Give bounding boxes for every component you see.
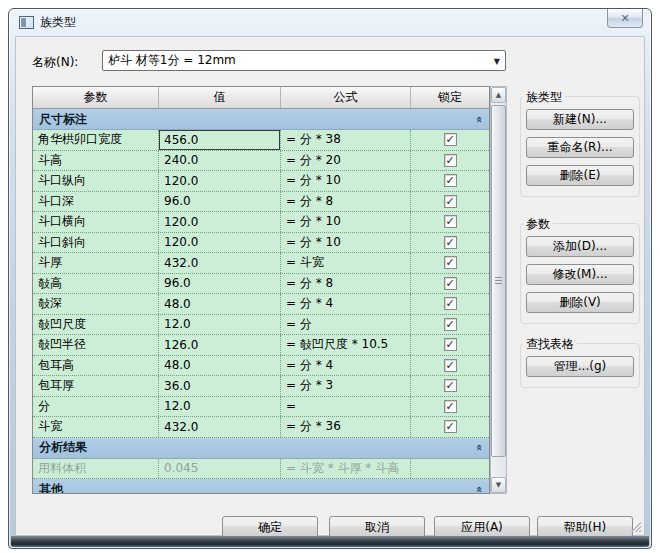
rename-button[interactable]: 重命名(R)...: [526, 137, 634, 158]
param-formula-cell[interactable]: = 分 * 10: [281, 233, 411, 253]
table-scrollbar[interactable]: ▲ ▼: [490, 86, 507, 494]
ok-button[interactable]: 确定: [222, 516, 318, 538]
scrollbar-track[interactable]: [491, 103, 506, 477]
apply-button[interactable]: 应用(A): [434, 516, 530, 538]
lock-checkbox[interactable]: ✓: [444, 297, 457, 310]
param-value-cell[interactable]: 240.0: [159, 151, 281, 171]
param-formula-cell[interactable]: = 分 * 3: [281, 376, 411, 396]
lock-checkbox[interactable]: ✓: [444, 400, 457, 413]
collapse-icon[interactable]: «: [473, 485, 486, 492]
param-formula-cell[interactable]: = 斗宽 * 斗厚 * 斗高: [281, 459, 411, 479]
param-formula-cell[interactable]: = 分 * 20: [281, 151, 411, 171]
param-name-cell[interactable]: 角华栱卯口宽度: [33, 130, 159, 150]
param-name-cell[interactable]: 敧凹尺度: [33, 315, 159, 335]
param-name-cell[interactable]: 分: [33, 397, 159, 417]
manage-button[interactable]: 管理...(g): [526, 356, 634, 377]
param-name-cell[interactable]: 敧凹半径: [33, 335, 159, 355]
param-formula-cell[interactable]: = 分 * 8: [281, 192, 411, 212]
param-name-cell[interactable]: 用料体积: [33, 459, 159, 479]
param-value-cell[interactable]: 96.0: [159, 192, 281, 212]
collapse-icon[interactable]: «: [473, 444, 486, 451]
dialog-title: 族类型: [40, 14, 76, 31]
param-name-cell[interactable]: 斗口横向: [33, 212, 159, 232]
param-formula-cell[interactable]: = 斗宽: [281, 253, 411, 273]
param-name-cell[interactable]: 斗口纵向: [33, 171, 159, 191]
section-header[interactable]: 尺寸标注«: [33, 109, 489, 130]
param-name-cell[interactable]: 斗宽: [33, 417, 159, 437]
cancel-button[interactable]: 取消: [329, 516, 425, 538]
lock-checkbox[interactable]: ✓: [444, 256, 457, 269]
param-value-cell[interactable]: 12.0: [159, 315, 281, 335]
lock-checkbox[interactable]: ✓: [444, 277, 457, 290]
scroll-up-button[interactable]: ▲: [491, 87, 506, 103]
param-formula-cell[interactable]: = 分 * 38: [281, 130, 411, 150]
param-formula-cell[interactable]: = 分 * 36: [281, 417, 411, 437]
param-formula-cell[interactable]: = 分 * 8: [281, 274, 411, 294]
param-name-cell[interactable]: 敧高: [33, 274, 159, 294]
lock-checkbox[interactable]: ✓: [444, 215, 457, 228]
chevron-down-icon: ▼: [494, 57, 500, 66]
param-name-cell[interactable]: 斗口斜向: [33, 233, 159, 253]
param-value-cell[interactable]: 126.0: [159, 335, 281, 355]
param-value-cell[interactable]: 456.0: [159, 130, 281, 150]
lock-checkbox[interactable]: ✓: [444, 236, 457, 249]
lock-checkbox[interactable]: ✓: [444, 195, 457, 208]
delete-type-button[interactable]: 删除(E): [526, 165, 634, 186]
lock-checkbox[interactable]: ✓: [444, 174, 457, 187]
titlebar[interactable]: 族类型: [9, 9, 651, 35]
group-label-lookup-tables: 查找表格: [523, 336, 577, 353]
table-rows: 尺寸标注«角华栱卯口宽度456.0= 分 * 38✓斗高240.0= 分 * 2…: [33, 109, 489, 493]
lock-checkbox[interactable]: ✓: [444, 379, 457, 392]
param-value-cell[interactable]: 120.0: [159, 171, 281, 191]
close-button[interactable]: ✕: [607, 9, 643, 28]
param-name-cell[interactable]: 包耳厚: [33, 376, 159, 396]
delete-param-button[interactable]: 删除(V): [526, 292, 634, 313]
new-button[interactable]: 新建(N)...: [526, 109, 634, 130]
param-formula-cell[interactable]: =: [281, 397, 411, 417]
collapse-icon[interactable]: «: [473, 115, 486, 122]
lock-checkbox[interactable]: ✓: [444, 338, 457, 351]
lock-checkbox[interactable]: ✓: [444, 154, 457, 167]
column-header-lock[interactable]: 锁定: [411, 87, 489, 108]
param-name-cell[interactable]: 斗厚: [33, 253, 159, 273]
param-name-cell[interactable]: 敧深: [33, 294, 159, 314]
scroll-down-button[interactable]: ▼: [491, 477, 506, 493]
param-lock-cell: ✓: [411, 151, 489, 171]
param-formula-cell[interactable]: = 分: [281, 315, 411, 335]
column-header-formula[interactable]: 公式: [281, 87, 411, 108]
param-value-cell[interactable]: 36.0: [159, 376, 281, 396]
modify-button[interactable]: 修改(M)...: [526, 264, 634, 285]
param-value-cell[interactable]: 120.0: [159, 233, 281, 253]
param-value-cell[interactable]: 12.0: [159, 397, 281, 417]
resize-grip[interactable]: [631, 522, 641, 532]
table-row: 分12.0=✓: [33, 397, 489, 418]
param-name-cell[interactable]: 斗口深: [33, 192, 159, 212]
param-value-cell[interactable]: 48.0: [159, 294, 281, 314]
add-button[interactable]: 添加(D)...: [526, 236, 634, 257]
param-name-cell[interactable]: 斗高: [33, 151, 159, 171]
param-formula-cell[interactable]: = 分 * 10: [281, 171, 411, 191]
section-header[interactable]: 其他«: [33, 479, 489, 493]
param-value-cell[interactable]: 432.0: [159, 417, 281, 437]
help-button[interactable]: 帮助(H): [537, 516, 633, 538]
section-header[interactable]: 分析结果«: [33, 438, 489, 459]
close-icon: ✕: [620, 12, 629, 25]
column-header-value[interactable]: 值: [159, 87, 281, 108]
family-type-select[interactable]: 栌斗 材等1分 = 12mm ▼: [102, 50, 506, 71]
param-formula-cell[interactable]: = 分 * 4: [281, 356, 411, 376]
lock-checkbox[interactable]: ✓: [444, 318, 457, 331]
lock-checkbox[interactable]: ✓: [444, 133, 457, 146]
lock-checkbox[interactable]: ✓: [444, 420, 457, 433]
param-value-cell[interactable]: 0.045: [159, 459, 281, 479]
param-formula-cell[interactable]: = 分 * 10: [281, 212, 411, 232]
param-value-cell[interactable]: 48.0: [159, 356, 281, 376]
param-formula-cell[interactable]: = 分 * 4: [281, 294, 411, 314]
param-name-cell[interactable]: 包耳高: [33, 356, 159, 376]
param-value-cell[interactable]: 96.0: [159, 274, 281, 294]
param-value-cell[interactable]: 120.0: [159, 212, 281, 232]
scrollbar-thumb[interactable]: [491, 105, 506, 457]
lock-checkbox[interactable]: ✓: [444, 359, 457, 372]
column-header-parameter[interactable]: 参数: [33, 87, 159, 108]
param-value-cell[interactable]: 432.0: [159, 253, 281, 273]
param-formula-cell[interactable]: = 敧凹尺度 * 10.5: [281, 335, 411, 355]
